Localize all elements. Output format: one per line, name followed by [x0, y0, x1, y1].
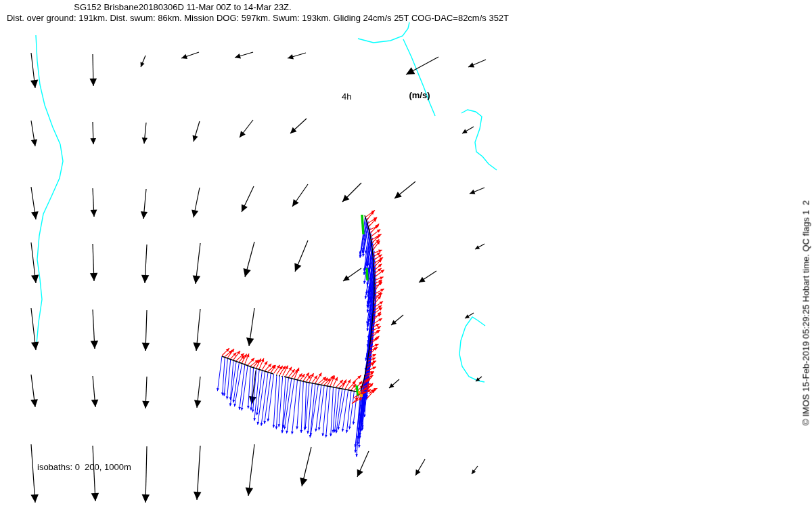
glider-mission-figure: SG152 Brisbane20180306D 11-Mar 00Z to 14… [0, 0, 812, 508]
legend-window-label: 4h [342, 92, 351, 101]
figure-canvas [0, 0, 812, 508]
copyright-note: © IMOS 15-Feb-2019 05:29:25 Hobart time.… [802, 200, 811, 426]
isobaths-note: isobaths: 0 200, 1000m [37, 463, 131, 471]
legend-colorbar-title: (m/s) [409, 91, 430, 100]
page-title: SG152 Brisbane20180306D 11-Mar 00Z to 14… [74, 3, 291, 12]
page-subtitle: Dist. over ground: 191km. Dist. swum: 86… [7, 14, 509, 22]
